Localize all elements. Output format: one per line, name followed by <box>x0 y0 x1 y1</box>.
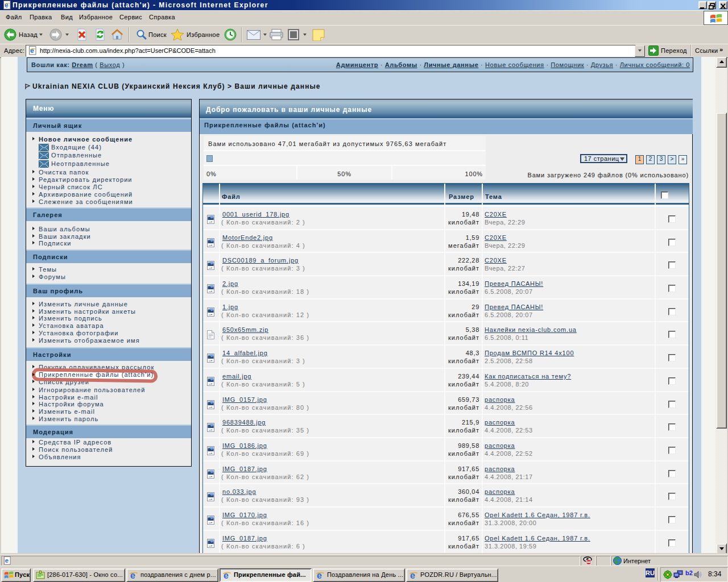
svg-text:e: e <box>224 571 229 580</box>
svg-text:e: e <box>317 571 322 580</box>
svg-text:e: e <box>30 47 34 55</box>
svg-text:e: e <box>410 571 415 580</box>
svg-text:e: e <box>5 1 9 9</box>
svg-text:e: e <box>5 557 9 564</box>
svg-text:e: e <box>130 571 135 580</box>
